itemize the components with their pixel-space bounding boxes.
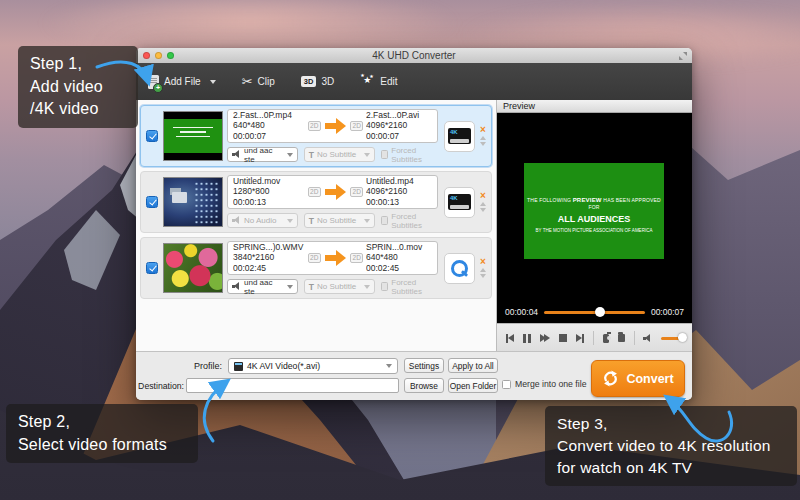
close-button[interactable]: [143, 52, 150, 59]
preview-progress-thumb[interactable]: [595, 307, 605, 317]
previous-button[interactable]: [506, 334, 514, 343]
move-up-icon[interactable]: [480, 136, 486, 140]
merge-checkbox[interactable]: Merge into one file: [502, 379, 586, 389]
row-checkbox[interactable]: [146, 262, 158, 274]
row-checkbox[interactable]: [146, 196, 158, 208]
target-2d-badge: 2D: [350, 121, 363, 131]
file-row[interactable]: SPRING...)0.WMV 3840*2160 00:02:45 2D 2D…: [140, 237, 492, 299]
subtitle-select[interactable]: T No Subtitle: [304, 279, 375, 294]
move-down-icon[interactable]: [480, 208, 486, 212]
chevron-down-icon: [386, 364, 392, 368]
target-name: 2.Fast...0P.avi: [366, 110, 432, 121]
file-row[interactable]: Untitled.mov 1280*800 00:00:13 2D 2D Unt…: [140, 171, 492, 233]
row-checkbox[interactable]: [146, 130, 158, 142]
output-format-button[interactable]: 4K: [444, 187, 475, 218]
chevron-down-icon: [364, 219, 370, 223]
destination-label: Destination:: [138, 381, 184, 391]
chevron-down-icon: [364, 285, 370, 289]
target-resolution: 4096*2160: [366, 120, 432, 131]
source-resolution: 3840*2160: [233, 252, 305, 263]
seek-slider[interactable]: [544, 311, 645, 314]
subtitle-select[interactable]: T No Subtitle: [304, 213, 375, 228]
profile-format-icon: [234, 362, 243, 371]
audio-track-select[interactable]: und aac ste: [227, 147, 298, 162]
target-duration: 00:00:13: [366, 197, 432, 208]
profile-select[interactable]: 4K AVI Video(*.avi): [228, 358, 398, 374]
open-folder-button[interactable]: Open Folder: [448, 378, 498, 393]
title-bar[interactable]: 4K UHD Converter: [136, 48, 692, 64]
convert-arrow-icon: [324, 184, 348, 200]
remove-file-icon[interactable]: ×: [480, 126, 486, 134]
volume-thumb[interactable]: [678, 333, 687, 342]
forced-subtitles-label: Forced Subtitles: [391, 212, 438, 230]
profile-value: 4K AVI Video(*.avi): [247, 361, 320, 371]
target-resolution: 640*480: [366, 252, 432, 263]
snapshot-icon[interactable]: [603, 334, 610, 343]
preview-video[interactable]: THE FOLLOWING PREVIEW HAS BEEN APPROVED …: [497, 113, 692, 323]
zoom-button[interactable]: [167, 52, 174, 59]
video-thumbnail: [163, 243, 223, 293]
source-resolution: 640*480: [233, 120, 305, 131]
minimize-button[interactable]: [155, 52, 162, 59]
forced-subtitles-checkbox[interactable]: Forced Subtitles: [381, 278, 438, 296]
subtitle-select[interactable]: T No Subtitle: [304, 147, 375, 162]
snapshot-folder-icon[interactable]: [618, 334, 625, 342]
3d-button[interactable]: 3D 3D: [301, 76, 334, 87]
stop-button[interactable]: [559, 334, 567, 342]
mpaa-text-bold: PREVIEW: [573, 197, 602, 203]
output-format-button[interactable]: 4K: [444, 121, 475, 152]
apply-to-all-button[interactable]: Apply to All: [448, 358, 498, 373]
pause-button[interactable]: [523, 334, 531, 343]
destination-input[interactable]: [186, 378, 399, 393]
playback-controls: [497, 323, 692, 352]
clip-button[interactable]: ✂ Clip: [242, 75, 275, 88]
step2-line: Step 2,: [18, 411, 186, 434]
edit-button[interactable]: Edit: [360, 75, 397, 88]
convert-label: Convert: [626, 372, 673, 386]
move-down-icon[interactable]: [480, 274, 486, 278]
preview-header: Preview: [497, 100, 692, 113]
add-file-button[interactable]: Add File: [148, 75, 216, 89]
target-2d-badge: 2D: [350, 253, 363, 263]
source-name: 2.Fast...0P.mp4: [233, 110, 305, 121]
subtitle-value: No Subtitle: [317, 282, 356, 291]
convert-button[interactable]: Convert: [591, 360, 685, 397]
forced-subtitles-label: Forced Subtitles: [391, 278, 438, 296]
audio-track-select[interactable]: No Audio: [227, 213, 298, 228]
fullscreen-icon[interactable]: [679, 52, 687, 60]
browse-button[interactable]: Browse: [404, 378, 444, 393]
forced-subtitles-checkbox[interactable]: Forced Subtitles: [381, 212, 438, 230]
file-row[interactable]: 2.Fast...0P.mp4 640*480 00:00:07 2D 2D 2…: [140, 105, 492, 167]
checkbox-icon: [381, 216, 389, 225]
volume-icon[interactable]: [643, 334, 652, 343]
preview-frame: THE FOLLOWING PREVIEW HAS BEEN APPROVED …: [524, 163, 664, 259]
add-file-label: Add File: [164, 76, 201, 87]
chevron-down-icon: [287, 153, 293, 157]
checkbox-icon: [381, 150, 389, 159]
output-format-button[interactable]: [444, 253, 475, 284]
move-up-icon[interactable]: [480, 268, 486, 272]
remove-file-icon[interactable]: ×: [480, 192, 486, 200]
checkbox-icon: [502, 380, 511, 389]
source-2d-badge: 2D: [308, 187, 321, 197]
settings-button[interactable]: Settings: [404, 358, 444, 373]
toolbar: Add File ✂ Clip 3D 3D Edit: [136, 63, 692, 100]
audio-track-select[interactable]: und aac ste: [227, 279, 298, 294]
chevron-down-icon: [287, 285, 293, 289]
sparkle-icon: [360, 75, 375, 88]
forced-subtitles-checkbox[interactable]: Forced Subtitles: [381, 146, 438, 164]
target-resolution: 4096*2160: [366, 186, 432, 197]
move-down-icon[interactable]: [480, 142, 486, 146]
3d-badge-icon: 3D: [301, 76, 317, 87]
remove-file-icon[interactable]: ×: [480, 258, 486, 266]
volume-slider[interactable]: [661, 337, 683, 340]
step2-line: Select video formats: [18, 434, 186, 457]
fast-forward-button[interactable]: [540, 334, 550, 342]
source-duration: 00:00:07: [233, 131, 305, 142]
subtitle-value: No Subtitle: [317, 150, 356, 159]
3d-label: 3D: [321, 76, 334, 87]
move-up-icon[interactable]: [480, 202, 486, 206]
target-name: Untitled.mp4: [366, 176, 432, 187]
next-button[interactable]: [576, 334, 584, 343]
add-file-dropdown-icon[interactable]: [210, 80, 216, 84]
